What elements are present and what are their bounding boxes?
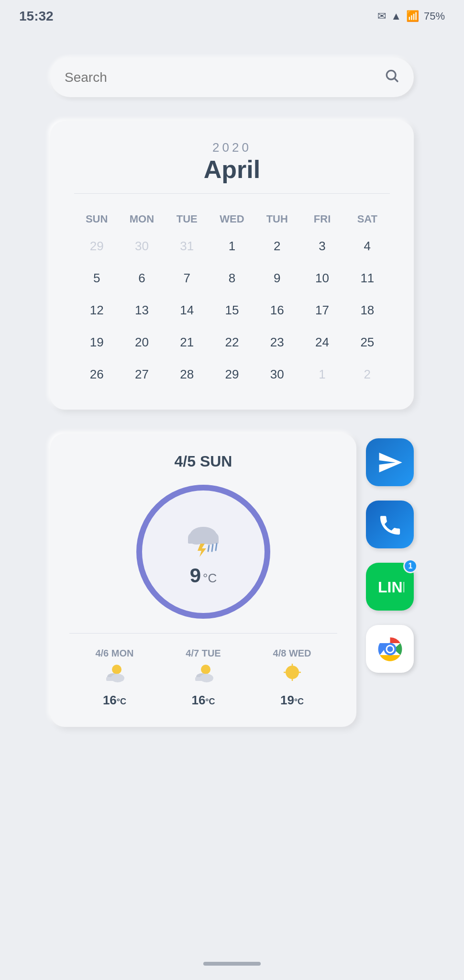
forecast-temp-2: 16°C (191, 693, 215, 708)
cal-day[interactable]: 5 (74, 262, 119, 294)
svg-rect-13 (106, 677, 123, 681)
cal-day[interactable]: 14 (165, 294, 210, 326)
svg-line-8 (212, 545, 213, 551)
forecast-label-1: 4/6 MON (95, 648, 133, 659)
svg-point-26 (387, 646, 393, 652)
bottom-nav-indicator (203, 962, 261, 966)
cal-day[interactable]: 10 (299, 262, 344, 294)
cal-day[interactable]: 20 (119, 326, 164, 358)
cal-day[interactable]: 3 (299, 230, 344, 262)
signal-icon: 📶 (406, 10, 419, 22)
cal-header-thu: TUH (254, 208, 299, 230)
cal-day[interactable]: 30 (254, 358, 299, 390)
app-icon-phone[interactable] (366, 501, 414, 548)
cal-day[interactable]: 29 (210, 358, 254, 390)
cal-day[interactable]: 31 (165, 230, 210, 262)
svg-line-9 (216, 544, 217, 550)
cal-day[interactable]: 8 (210, 262, 254, 294)
cal-header-tue: TUE (165, 208, 210, 230)
app-icon-chrome[interactable] (366, 625, 414, 673)
weather-circle-wrap: 9°C (69, 485, 337, 619)
forecast-label-2: 4/7 TUE (186, 648, 221, 659)
cal-header-sun: SUN (74, 208, 119, 230)
svg-line-1 (395, 78, 398, 81)
temp-unit: °C (203, 571, 217, 585)
svg-marker-6 (198, 544, 206, 557)
status-bar: 15:32 ✉ ▲ 📶 75% (0, 0, 464, 29)
status-time: 15:32 (19, 9, 54, 24)
cal-header-mon: MON (119, 208, 164, 230)
main-area: 4/5 SUN 9°C (50, 434, 414, 727)
weather-forecast: 4/6 MON 16°C 4/7 TUE (69, 648, 337, 708)
forecast-day-3: 4/8 WED 19°C (273, 648, 311, 708)
forecast-temp-3: 19°C (280, 693, 304, 708)
calendar-grid: SUN MON TUE WED TUH FRI SAT 29 30 31 1 2… (74, 208, 390, 390)
msg-icon: ✉ (377, 10, 386, 22)
weather-temperature: 9°C (190, 564, 217, 587)
storm-icon (179, 516, 227, 559)
weather-divider (69, 633, 337, 634)
forecast-icon-3 (280, 664, 304, 688)
cal-day[interactable]: 22 (210, 326, 254, 358)
line-badge: 1 (403, 559, 418, 573)
svg-point-14 (201, 665, 210, 674)
cal-day[interactable]: 1 (210, 230, 254, 262)
cal-day[interactable]: 28 (165, 358, 210, 390)
app-icon-line[interactable]: 1 LINE (366, 563, 414, 611)
calendar-month: April (74, 155, 390, 184)
search-input[interactable] (65, 70, 384, 85)
cal-day[interactable]: 30 (119, 230, 164, 262)
svg-text:LINE: LINE (378, 579, 404, 596)
status-icons: ✉ ▲ 📶 75% (377, 10, 445, 22)
weather-date: 4/5 SUN (69, 453, 337, 470)
cal-day[interactable]: 15 (210, 294, 254, 326)
cal-day[interactable]: 25 (345, 326, 390, 358)
cal-day[interactable]: 6 (119, 262, 164, 294)
cal-day[interactable]: 19 (74, 326, 119, 358)
app-icon-spark[interactable] (366, 438, 414, 486)
cal-day[interactable]: 17 (299, 294, 344, 326)
cal-day[interactable]: 13 (119, 294, 164, 326)
weather-circle: 9°C (136, 485, 270, 619)
cal-day[interactable]: 27 (119, 358, 164, 390)
svg-point-18 (286, 666, 299, 679)
cal-day[interactable]: 12 (74, 294, 119, 326)
weather-widget: 4/5 SUN 9°C (50, 434, 356, 727)
cal-day[interactable]: 18 (345, 294, 390, 326)
search-bar[interactable] (50, 57, 414, 97)
forecast-day-1: 4/6 MON 16°C (95, 648, 133, 708)
cal-day[interactable]: 1 (299, 358, 344, 390)
battery-icon: 75% (424, 10, 445, 22)
cal-day[interactable]: 23 (254, 326, 299, 358)
svg-rect-17 (195, 677, 212, 681)
calendar-year: 2020 (74, 140, 390, 155)
forecast-temp-1: 16°C (103, 693, 126, 708)
app-icons: 1 LINE (366, 434, 414, 673)
svg-rect-5 (188, 538, 219, 544)
cal-day[interactable]: 9 (254, 262, 299, 294)
cal-day[interactable]: 4 (345, 230, 390, 262)
wifi-icon: ▲ (391, 10, 401, 22)
cal-header-fri: FRI (299, 208, 344, 230)
cal-day[interactable]: 2 (345, 358, 390, 390)
cal-day[interactable]: 26 (74, 358, 119, 390)
forecast-icon-2 (191, 664, 215, 688)
cal-day[interactable]: 2 (254, 230, 299, 262)
cal-day[interactable]: 16 (254, 294, 299, 326)
cal-header-wed: WED (210, 208, 254, 230)
cal-day[interactable]: 24 (299, 326, 344, 358)
cal-day[interactable]: 29 (74, 230, 119, 262)
forecast-label-3: 4/8 WED (273, 648, 311, 659)
cal-day[interactable]: 7 (165, 262, 210, 294)
forecast-day-2: 4/7 TUE 16°C (186, 648, 221, 708)
svg-point-10 (112, 665, 122, 674)
calendar-widget: 2020 April SUN MON TUE WED TUH FRI SAT 2… (50, 121, 414, 410)
forecast-icon-1 (102, 664, 126, 688)
cal-header-sat: SAT (345, 208, 390, 230)
cal-day[interactable]: 21 (165, 326, 210, 358)
cal-day[interactable]: 11 (345, 262, 390, 294)
calendar-divider (74, 193, 390, 194)
svg-line-7 (208, 546, 209, 551)
search-icon (384, 68, 399, 87)
